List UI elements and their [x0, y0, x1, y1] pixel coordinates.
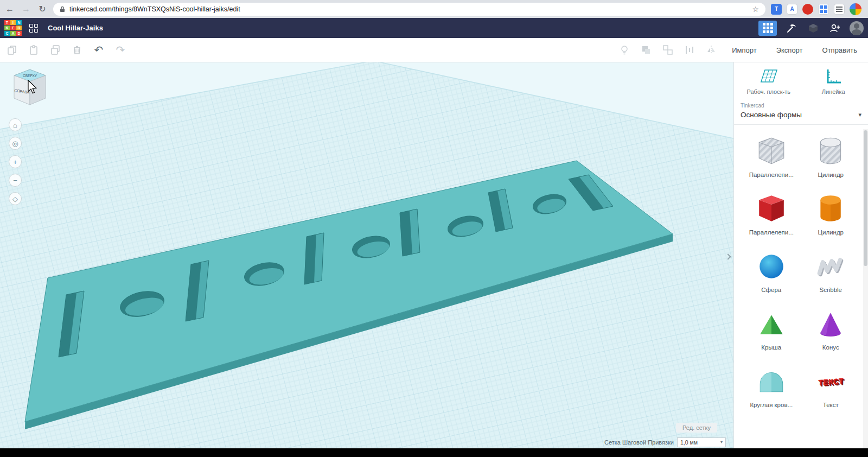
workplane-tool[interactable]: Рабоч. плоск-ть [736, 68, 801, 95]
browser-profile-avatar[interactable] [850, 3, 861, 15]
red-box-icon [745, 192, 798, 226]
sphere-icon [745, 250, 798, 283]
fit-view-button[interactable]: ◎ [9, 137, 22, 150]
perspective-toggle-button[interactable]: ◇ [9, 192, 22, 205]
extensions-row: T A [771, 3, 864, 15]
tinker-tools-icon[interactable] [784, 21, 799, 35]
extension-list-icon[interactable] [834, 4, 845, 15]
duplicate-icon[interactable] [49, 43, 62, 56]
round-roof-icon [745, 365, 798, 398]
bookmark-star-icon[interactable]: ☆ [752, 5, 759, 14]
browser-chrome: ← → ↻ tinkercad.com/things/8WnTSXQsNiS-c… [0, 0, 868, 18]
extension-grid-icon[interactable] [818, 4, 829, 15]
redo-icon[interactable]: ↷ [114, 43, 127, 56]
mirror-icon[interactable] [705, 43, 718, 56]
orange-cylinder-icon [805, 192, 858, 226]
shape-item-scribble[interactable]: Scribble [805, 250, 858, 293]
translate-extension-icon[interactable]: A [787, 4, 797, 15]
shape-item-cone[interactable]: Конус [805, 307, 858, 351]
snap-grid-label: Сетка Шаговой Привязки [604, 439, 674, 446]
shapes-panel: Рабоч. плоск-ть Линейка Tinkercad Основн… [733, 62, 868, 448]
panel-collapse-button[interactable] [724, 251, 732, 263]
snap-grid-row: Сетка Шаговой Привязки 1,0 мм ▾ [604, 437, 726, 447]
copy-icon[interactable] [5, 43, 18, 56]
scene-svg[interactable]: СВЕРХУ СПРАВА [0, 62, 733, 448]
shape-item-roof[interactable]: Крыша [745, 307, 798, 351]
cylinder-hole-icon [805, 135, 858, 168]
shape-item-cylinder-hole[interactable]: Цилиндр [805, 135, 858, 178]
snap-grid-value: 1,0 мм [680, 439, 698, 446]
workspace: СВЕРХУ СПРАВА ⌂ ◎ + − ◇ Ред. сетку Сетка… [0, 62, 868, 448]
shape-category-select[interactable]: Основные формы ▾ [734, 109, 868, 125]
extension-icon-1[interactable]: T [771, 4, 782, 15]
view-cube-top-label: СВЕРХУ [23, 74, 37, 78]
shape-item-round-roof[interactable]: Круглая кров... [745, 365, 798, 408]
url-text[interactable]: tinkercad.com/things/8WnTSXQsNiS-cool-hi… [69, 5, 240, 13]
url-bar[interactable]: tinkercad.com/things/8WnTSXQsNiS-cool-hi… [53, 3, 765, 16]
app-header: T I N K E R C A D Cool Hillar-Jaiks [0, 18, 868, 38]
group-icon[interactable] [640, 43, 653, 56]
shape-item-box-hole[interactable]: Параллелепи... [745, 135, 798, 178]
shapes-grid: Параллелепи... Цилиндр [734, 125, 868, 408]
ruler-icon [824, 68, 843, 84]
bottom-black-bar [0, 448, 868, 457]
ungroup-icon[interactable] [661, 43, 674, 56]
delete-icon[interactable] [71, 43, 84, 56]
send-button[interactable]: Отправить [817, 43, 863, 58]
dashboard-icon[interactable] [29, 24, 38, 33]
extension-icon-2[interactable] [802, 4, 813, 15]
text-3d-icon: ТЕКСТ [805, 365, 858, 398]
library-brand-label: Tinkercad [734, 98, 868, 109]
reload-icon[interactable]: ↻ [37, 4, 48, 15]
caret-down-icon: ▾ [858, 111, 861, 118]
cone-icon [805, 307, 858, 341]
shape-category-value: Основные формы [741, 111, 802, 119]
panel-scrollbar-thumb[interactable] [864, 130, 867, 266]
home-view-button[interactable]: ⌂ [9, 118, 22, 131]
workplane-tool-label: Рабоч. плоск-ть [736, 88, 801, 95]
panel-scrollbar[interactable] [863, 129, 868, 448]
lock-icon [60, 6, 65, 12]
show-all-icon[interactable] [618, 43, 631, 56]
back-icon[interactable]: ← [4, 4, 15, 15]
edit-toolbar: ↶ ↷ Импорт Экспорт Отправить [0, 38, 868, 62]
import-button[interactable]: Импорт [726, 43, 762, 58]
forward-icon[interactable]: → [21, 4, 31, 15]
zoom-out-button[interactable]: − [9, 174, 22, 187]
blocks-icon[interactable] [806, 21, 820, 35]
view-controls: ⌂ ◎ + − ◇ [9, 118, 22, 205]
paste-icon[interactable] [27, 43, 40, 56]
shape-item-sphere[interactable]: Сфера [745, 250, 798, 293]
user-avatar[interactable] [850, 21, 864, 35]
tinkercad-logo[interactable]: T I N K E R C A D [4, 20, 22, 36]
scribble-icon [805, 250, 858, 283]
apps-grid-button[interactable] [758, 21, 777, 36]
box-hole-icon [745, 135, 798, 168]
align-icon[interactable] [683, 43, 696, 56]
add-person-icon[interactable] [828, 21, 842, 35]
3d-canvas[interactable]: СВЕРХУ СПРАВА ⌂ ◎ + − ◇ Ред. сетку Сетка… [0, 62, 733, 448]
undo-icon[interactable]: ↶ [92, 43, 105, 56]
shape-item-text[interactable]: ТЕКСТ Текст [805, 365, 858, 408]
shape-item-cylinder[interactable]: Цилиндр [805, 192, 858, 236]
shape-item-box[interactable]: Параллелепи... [745, 192, 798, 236]
ruler-tool-label: Линейка [801, 88, 866, 95]
edit-grid-button[interactable]: Ред. сетку [676, 423, 717, 433]
roof-icon [745, 307, 798, 341]
ruler-tool[interactable]: Линейка [801, 68, 866, 95]
export-button[interactable]: Экспорт [771, 43, 808, 58]
caret-down-icon: ▾ [720, 440, 723, 445]
zoom-in-button[interactable]: + [9, 155, 22, 168]
design-title[interactable]: Cool Hillar-Jaiks [48, 24, 753, 32]
workplane-icon [760, 68, 778, 84]
snap-grid-select[interactable]: 1,0 мм ▾ [677, 437, 726, 447]
chevron-right-icon [725, 253, 731, 259]
